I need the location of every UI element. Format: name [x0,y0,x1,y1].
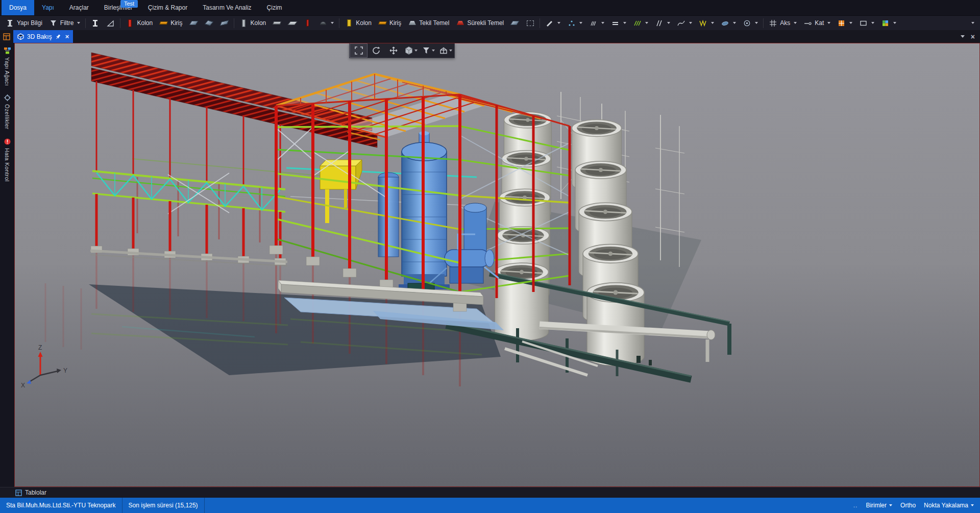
concrete-beam-icon [273,19,281,28]
disc-tool-button[interactable] [718,17,739,30]
panel-button[interactable] [834,17,855,30]
workspace: Yapı Ağacı Özellikler Hata Kontrol [0,43,980,487]
orbit-button[interactable] [368,44,384,57]
steel-beam-icon [159,19,168,28]
sidebar-item-label: Hata Kontrol [4,148,10,182]
display-grid-icon [881,19,890,28]
tab-tablolar[interactable]: Tablolar [25,489,46,496]
strip-footing-icon [456,19,464,28]
display-options-button[interactable] [878,17,899,30]
perspective-button[interactable] [437,44,454,57]
sidebar-item-yapi-agaci[interactable]: Yapı Ağacı [4,47,11,86]
celik-kiris-button[interactable]: Kiriş [156,17,185,30]
perde-button[interactable] [300,17,315,30]
3d-scene[interactable]: Z Y X [15,43,979,486]
tekil-temel-button[interactable]: Tekil Temel [405,17,452,30]
trim-tool-button[interactable] [542,17,564,30]
parallel-lines-icon [655,19,664,28]
view-cube-button[interactable] [402,44,419,57]
slope-icon [106,19,115,28]
chevron-down-icon [414,50,418,52]
storey-icon [803,19,812,28]
beton-kolon-button[interactable]: Kolon [236,17,270,30]
curve-tool-button[interactable] [674,17,695,30]
orange-panel-icon [837,19,846,28]
brace-button-2[interactable] [202,17,216,30]
dome-icon [318,19,327,28]
celik-kolon-label: Kolon [137,19,153,27]
close-tab-icon[interactable]: × [65,33,69,40]
frame-rect-icon [859,19,868,28]
menu-dosya[interactable]: Dosya [2,0,34,15]
temel-kolon-button[interactable]: Kolon [341,17,375,30]
grid-axes-icon [769,19,777,28]
menu-tasarim-analiz[interactable]: Tasarım Ve Analiz [195,0,259,15]
brace-button-4[interactable] [507,17,522,30]
chevron-down-icon [849,22,852,24]
orbit-icon [372,46,381,55]
green-hatch-tool-button[interactable] [630,17,651,30]
kubbe-button[interactable] [315,17,337,30]
zigzag-tool-button[interactable] [696,17,717,30]
chevron-down-icon [557,22,560,24]
sidebar-item-ozellikler[interactable]: Özellikler [4,94,11,129]
chevron-down-icon [667,22,670,24]
double-line-tool-button[interactable] [608,17,629,30]
menu-cizim-rapor[interactable]: Çizim & Rapor [140,0,195,15]
brace-button-1[interactable] [186,17,201,30]
menu-yapi[interactable]: Yapı [34,0,62,15]
chevron-down-icon [971,504,974,506]
sidebar-item-hata-kontrol[interactable]: Hata Kontrol [4,138,11,182]
sphere-tool-button[interactable] [740,17,761,30]
tab-list-chevron-icon[interactable] [961,35,965,38]
aks-button[interactable]: Aks [766,17,800,30]
yapi-bilgi-button[interactable]: Yapı Bilgi [3,17,45,30]
menu-cizim[interactable]: Çizim [259,0,290,15]
hatch-brush-icon [589,19,598,28]
beton-kiris-button[interactable] [270,17,284,30]
units-dropdown[interactable]: Birimler [866,502,892,509]
toolbar-separator [763,18,764,28]
temel-kiris-button[interactable]: Kiriş [375,17,404,30]
menu-araclar[interactable]: Araçlar [62,0,96,15]
zigzag-icon [699,19,707,28]
pan-button[interactable] [385,44,402,57]
slope-button[interactable] [103,17,118,30]
statusbar-company: Sta Bil.Muh.Mus.Ltd.Sti.-YTU Teknopark [0,498,122,513]
celik-kiris-label: Kiriş [170,19,182,27]
filtre-button[interactable]: Filtre [46,17,84,30]
statusbar: Sta Bil.Muh.Mus.Ltd.Sti.-YTU Teknopark S… [0,498,980,513]
celik-kolon-button[interactable]: Kolon [122,17,156,30]
pan-icon [389,46,398,55]
chevron-down-icon [755,22,758,24]
main-toolbar: Yapı Bilgi Filtre Kolon Kiriş Kolon Kolo… [0,15,980,30]
panel-layout-button[interactable] [0,30,13,43]
3d-viewport[interactable]: Z Y X [14,43,980,487]
frame-view-button[interactable] [856,17,877,30]
chevron-down-icon [827,22,830,24]
pin-icon[interactable] [55,34,61,40]
brace-button-3[interactable] [217,17,232,30]
tab-3d-view-label: 3D Bakış [27,33,52,40]
points-tool-button[interactable] [564,17,585,30]
snap-dropdown[interactable]: Nokta Yakalama [924,502,974,509]
selection-region-button[interactable] [523,17,537,30]
zoom-fit-button[interactable] [350,44,367,57]
tab-3d-view[interactable]: 3D Bakış × [13,30,73,43]
chevron-down-icon [971,22,974,24]
ortho-toggle[interactable]: Ortho [900,502,916,509]
yellow-column-icon [345,19,353,28]
menubar: Dosya Yapı Araçlar Birleşimler Çizim & R… [0,0,980,15]
kat-button[interactable]: Kat [800,17,834,30]
double-line-icon [611,19,620,28]
toolbar-overflow-button[interactable] [967,17,977,30]
i-profile-button[interactable] [88,17,103,30]
parallel-lines-tool-button[interactable] [652,17,673,30]
chevron-down-icon [689,22,692,24]
view-filter-button[interactable] [420,44,436,57]
close-pane-icon[interactable]: × [971,33,975,41]
surekli-temel-button[interactable]: Sürekli Temel [453,17,507,30]
dashed-region-icon [526,19,534,28]
doseme-button[interactable] [285,17,300,30]
hatch-tool-button[interactable] [586,17,607,30]
